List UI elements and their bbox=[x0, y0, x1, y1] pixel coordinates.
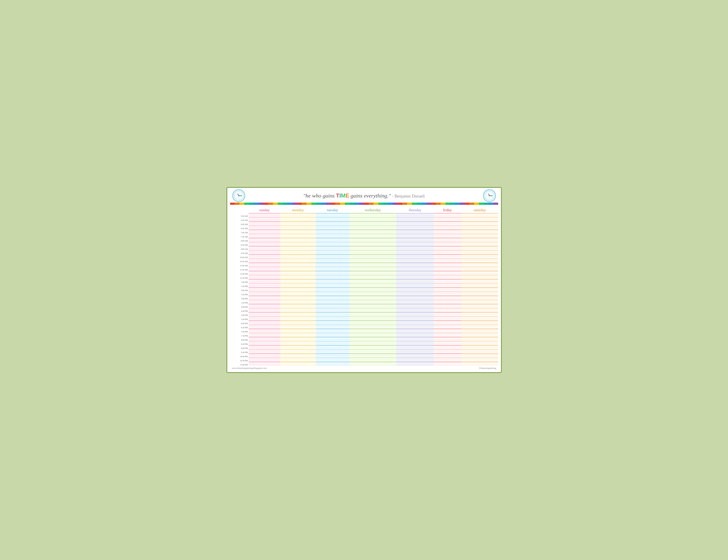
schedule-cell[interactable] bbox=[434, 329, 461, 333]
schedule-cell[interactable] bbox=[434, 242, 461, 246]
schedule-cell[interactable] bbox=[316, 267, 349, 271]
schedule-cell[interactable] bbox=[280, 213, 316, 217]
schedule-cell[interactable] bbox=[280, 279, 316, 283]
schedule-cell[interactable] bbox=[280, 337, 316, 341]
schedule-cell[interactable] bbox=[461, 263, 498, 267]
schedule-cell[interactable] bbox=[249, 337, 280, 341]
schedule-cell[interactable] bbox=[280, 358, 316, 362]
schedule-cell[interactable] bbox=[316, 279, 349, 283]
schedule-cell[interactable] bbox=[396, 279, 434, 283]
schedule-cell[interactable] bbox=[249, 329, 280, 333]
schedule-cell[interactable] bbox=[249, 271, 280, 275]
schedule-cell[interactable] bbox=[396, 267, 434, 271]
schedule-cell[interactable] bbox=[434, 238, 461, 242]
schedule-cell[interactable] bbox=[249, 242, 280, 246]
schedule-cell[interactable] bbox=[280, 238, 316, 242]
schedule-cell[interactable] bbox=[434, 308, 461, 312]
schedule-cell[interactable] bbox=[349, 255, 396, 259]
schedule-cell[interactable] bbox=[249, 300, 280, 304]
schedule-cell[interactable] bbox=[461, 291, 498, 296]
schedule-cell[interactable] bbox=[316, 250, 349, 255]
schedule-cell[interactable] bbox=[349, 341, 396, 345]
schedule-cell[interactable] bbox=[280, 242, 316, 246]
schedule-cell[interactable] bbox=[349, 279, 396, 283]
schedule-cell[interactable] bbox=[280, 341, 316, 345]
schedule-cell[interactable] bbox=[461, 246, 498, 250]
schedule-cell[interactable] bbox=[316, 275, 349, 279]
schedule-cell[interactable] bbox=[434, 291, 461, 296]
schedule-cell[interactable] bbox=[461, 279, 498, 283]
schedule-cell[interactable] bbox=[316, 283, 349, 287]
schedule-cell[interactable] bbox=[349, 242, 396, 246]
schedule-cell[interactable] bbox=[434, 267, 461, 271]
schedule-cell[interactable] bbox=[316, 226, 349, 230]
schedule-cell[interactable] bbox=[280, 234, 316, 238]
schedule-cell[interactable] bbox=[316, 308, 349, 312]
schedule-cell[interactable] bbox=[249, 353, 280, 358]
schedule-cell[interactable] bbox=[316, 287, 349, 291]
schedule-cell[interactable] bbox=[434, 255, 461, 259]
schedule-cell[interactable] bbox=[434, 337, 461, 341]
schedule-cell[interactable] bbox=[349, 246, 396, 250]
schedule-cell[interactable] bbox=[396, 308, 434, 312]
schedule-cell[interactable] bbox=[461, 320, 498, 324]
schedule-cell[interactable] bbox=[396, 246, 434, 250]
schedule-cell[interactable] bbox=[461, 213, 498, 217]
schedule-cell[interactable] bbox=[461, 345, 498, 349]
schedule-cell[interactable] bbox=[249, 238, 280, 242]
schedule-cell[interactable] bbox=[461, 287, 498, 291]
schedule-cell[interactable] bbox=[396, 271, 434, 275]
schedule-cell[interactable] bbox=[249, 259, 280, 263]
schedule-cell[interactable] bbox=[349, 222, 396, 226]
schedule-cell[interactable] bbox=[461, 242, 498, 246]
schedule-cell[interactable] bbox=[434, 226, 461, 230]
schedule-cell[interactable] bbox=[316, 222, 349, 226]
schedule-cell[interactable] bbox=[434, 300, 461, 304]
schedule-cell[interactable] bbox=[396, 291, 434, 296]
schedule-cell[interactable] bbox=[434, 333, 461, 337]
schedule-cell[interactable] bbox=[396, 259, 434, 263]
schedule-cell[interactable] bbox=[349, 263, 396, 267]
schedule-cell[interactable] bbox=[396, 255, 434, 259]
schedule-cell[interactable] bbox=[316, 246, 349, 250]
schedule-cell[interactable] bbox=[396, 353, 434, 358]
schedule-cell[interactable] bbox=[461, 234, 498, 238]
schedule-cell[interactable] bbox=[461, 308, 498, 312]
schedule-cell[interactable] bbox=[396, 304, 434, 308]
schedule-cell[interactable] bbox=[280, 316, 316, 320]
schedule-cell[interactable] bbox=[461, 255, 498, 259]
schedule-cell[interactable] bbox=[349, 324, 396, 329]
schedule-cell[interactable] bbox=[434, 259, 461, 263]
schedule-cell[interactable] bbox=[349, 353, 396, 358]
schedule-cell[interactable] bbox=[396, 217, 434, 222]
schedule-cell[interactable] bbox=[316, 329, 349, 333]
schedule-cell[interactable] bbox=[396, 337, 434, 341]
schedule-cell[interactable] bbox=[396, 358, 434, 362]
schedule-cell[interactable] bbox=[349, 217, 396, 222]
schedule-cell[interactable] bbox=[349, 349, 396, 353]
schedule-cell[interactable] bbox=[461, 341, 498, 345]
schedule-cell[interactable] bbox=[349, 287, 396, 291]
schedule-cell[interactable] bbox=[349, 296, 396, 300]
schedule-cell[interactable] bbox=[316, 242, 349, 246]
schedule-cell[interactable] bbox=[280, 312, 316, 316]
schedule-cell[interactable] bbox=[280, 267, 316, 271]
schedule-cell[interactable] bbox=[396, 324, 434, 329]
schedule-cell[interactable] bbox=[249, 230, 280, 234]
schedule-cell[interactable] bbox=[434, 320, 461, 324]
schedule-cell[interactable] bbox=[461, 312, 498, 316]
schedule-cell[interactable] bbox=[434, 324, 461, 329]
schedule-cell[interactable] bbox=[249, 263, 280, 267]
schedule-cell[interactable] bbox=[434, 271, 461, 275]
schedule-cell[interactable] bbox=[396, 283, 434, 287]
schedule-cell[interactable] bbox=[249, 255, 280, 259]
schedule-cell[interactable] bbox=[316, 353, 349, 358]
schedule-cell[interactable] bbox=[316, 349, 349, 353]
schedule-cell[interactable] bbox=[316, 312, 349, 316]
schedule-cell[interactable] bbox=[316, 234, 349, 238]
schedule-cell[interactable] bbox=[280, 250, 316, 255]
schedule-cell[interactable] bbox=[461, 304, 498, 308]
schedule-cell[interactable] bbox=[396, 226, 434, 230]
schedule-cell[interactable] bbox=[316, 300, 349, 304]
schedule-cell[interactable] bbox=[396, 234, 434, 238]
